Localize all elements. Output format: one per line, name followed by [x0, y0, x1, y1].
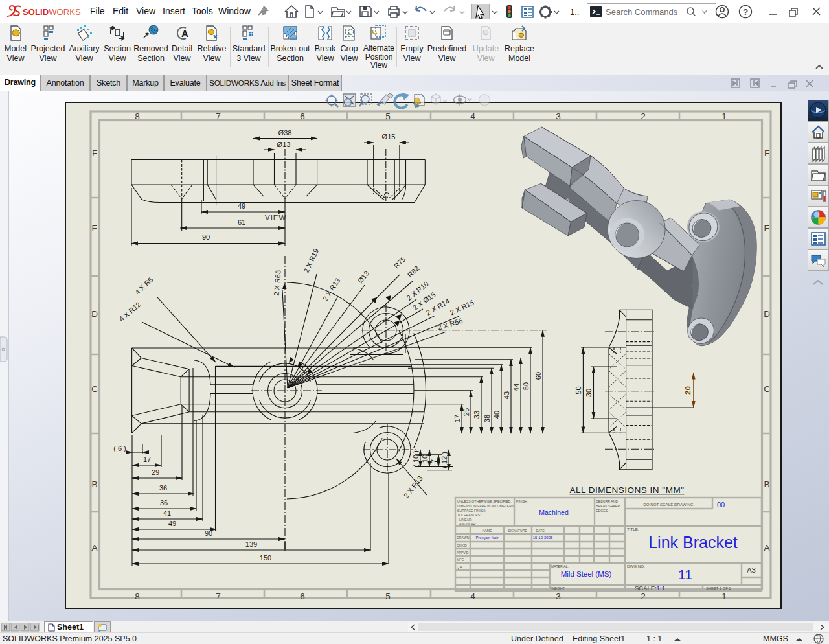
svg-text:90: 90	[205, 529, 212, 537]
svg-text:17: 17	[453, 415, 461, 422]
svg-text:20: 20	[684, 386, 692, 395]
svg-text:ALL DIMENSIONS IN "MM": ALL DIMENSIONS IN "MM"	[570, 485, 685, 495]
svg-text:33: 33	[473, 411, 481, 419]
svg-text:Ø38: Ø38	[278, 129, 292, 137]
svg-text:00: 00	[717, 501, 725, 509]
svg-text:61: 61	[238, 218, 245, 226]
svg-text:49: 49	[238, 202, 245, 210]
svg-text:1: 1	[721, 111, 727, 121]
svg-text:15-10-2025: 15-10-2025	[533, 536, 553, 540]
svg-text:ANGULAR:: ANGULAR:	[459, 522, 477, 526]
svg-text:50: 50	[522, 382, 530, 390]
svg-text:F: F	[764, 148, 769, 158]
svg-text:D: D	[764, 309, 770, 319]
svg-text:30: 30	[585, 389, 593, 397]
svg-text:Ø15: Ø15	[382, 133, 396, 141]
svg-text:SCALE:1:1: SCALE:1:1	[635, 584, 665, 592]
svg-text:2: 2	[641, 111, 646, 121]
svg-text:D: D	[91, 309, 98, 319]
svg-text:1...: 1...	[570, 7, 580, 17]
svg-text:SHEET 1 OF 1: SHEET 1 OF 1	[706, 586, 731, 590]
svg-text:A: A	[181, 28, 188, 39]
svg-text:8: 8	[135, 592, 140, 601]
svg-text:B: B	[91, 479, 97, 489]
svg-text:1: 1	[721, 592, 727, 601]
svg-text:Q.A: Q.A	[457, 565, 462, 569]
svg-text:36: 36	[159, 484, 167, 492]
svg-text:LINEAR:: LINEAR:	[459, 518, 472, 522]
svg-text:41: 41	[163, 509, 171, 517]
svg-text:7: 7	[216, 111, 221, 121]
svg-text:17: 17	[143, 455, 151, 463]
svg-text:7: 7	[430, 459, 438, 463]
svg-text:Machined: Machined	[539, 509, 569, 516]
svg-text:APPV'D: APPV'D	[457, 551, 469, 555]
svg-text:DRAWN: DRAWN	[457, 536, 470, 540]
svg-text:SIGNATURE: SIGNATURE	[508, 529, 527, 533]
svg-text:E: E	[764, 224, 769, 233]
svg-text:SOLIDWORKS: SOLIDWORKS	[23, 7, 81, 17]
svg-text:E: E	[91, 224, 97, 233]
svg-text:FINISH:: FINISH:	[516, 500, 528, 503]
svg-text:C: C	[764, 384, 770, 394]
svg-text:MATERIAL:: MATERIAL:	[551, 564, 569, 568]
svg-text:139: 139	[245, 540, 257, 548]
svg-text:43: 43	[503, 391, 510, 399]
svg-text:50: 50	[574, 386, 582, 394]
svg-text:6: 6	[300, 592, 305, 601]
svg-text:TITLE:: TITLE:	[627, 527, 639, 531]
svg-text:25: 25	[462, 408, 470, 416]
svg-text:Preeyon Nair: Preeyon Nair	[475, 536, 498, 540]
svg-text:36: 36	[160, 499, 168, 507]
svg-text:MFG: MFG	[457, 558, 464, 562]
svg-text:DIMENSIONS ARE IN MILLIMETERS: DIMENSIONS ARE IN MILLIMETERS	[457, 504, 514, 508]
svg-text:A: A	[764, 543, 769, 553]
svg-text:7: 7	[216, 592, 221, 601]
svg-text:2: 2	[641, 592, 646, 601]
svg-text:A: A	[91, 543, 97, 553]
svg-text:B: B	[764, 479, 769, 489]
svg-text:VIEW: VIEW	[265, 214, 286, 222]
svg-text:DWG NO.: DWG NO.	[627, 564, 645, 568]
svg-text:EDGES: EDGES	[596, 509, 608, 512]
svg-text:CHK'D: CHK'D	[457, 544, 467, 547]
svg-text:8: 8	[135, 111, 140, 121]
svg-text:11: 11	[678, 567, 692, 582]
svg-text:( 10 ): ( 10 )	[412, 450, 420, 467]
svg-text:6: 6	[300, 111, 305, 121]
svg-text:10: 10	[421, 455, 429, 463]
svg-text:5: 5	[385, 111, 391, 121]
svg-text:( 6 ): ( 6 )	[113, 444, 126, 452]
svg-text:29: 29	[152, 468, 159, 476]
svg-text:44: 44	[512, 384, 520, 391]
svg-text:3: 3	[556, 592, 561, 601]
svg-text:DO NOT SCALE DRAWING: DO NOT SCALE DRAWING	[643, 502, 694, 507]
svg-text:40: 40	[493, 411, 501, 419]
svg-text:5: 5	[385, 592, 391, 601]
svg-text:Link Bracket: Link Bracket	[648, 533, 738, 551]
svg-text:SURFACE FINISH:: SURFACE FINISH:	[457, 509, 486, 512]
svg-text:38: 38	[483, 415, 491, 422]
svg-text:BREAK SHARP: BREAK SHARP	[596, 504, 620, 508]
svg-text:?: ?	[743, 7, 748, 17]
svg-text:150: 150	[260, 554, 271, 562]
svg-text:Ø13: Ø13	[277, 141, 291, 148]
svg-text:F: F	[92, 148, 97, 158]
svg-text:4: 4	[470, 111, 475, 121]
svg-text:-: -	[486, 551, 488, 555]
svg-text:UNLESS OTHERWISE SPECIFIED:: UNLESS OTHERWISE SPECIFIED:	[457, 500, 512, 503]
svg-text:A3: A3	[747, 566, 756, 574]
svg-text:WEIGHT:: WEIGHT:	[551, 586, 565, 590]
svg-text:49: 49	[168, 520, 176, 527]
svg-text:-: -	[486, 544, 488, 547]
svg-text:90: 90	[202, 233, 210, 241]
svg-text:( 12 ): ( 12 )	[440, 452, 448, 468]
svg-text:NAME: NAME	[483, 529, 493, 533]
svg-text:60: 60	[534, 372, 542, 380]
svg-text:4: 4	[470, 592, 475, 601]
svg-text:3: 3	[556, 111, 561, 121]
svg-text:DATE: DATE	[536, 529, 545, 533]
svg-text:TOLERANCES:: TOLERANCES:	[457, 513, 481, 517]
svg-text:C: C	[91, 384, 98, 394]
svg-text:DEBURR AND: DEBURR AND	[596, 500, 618, 503]
